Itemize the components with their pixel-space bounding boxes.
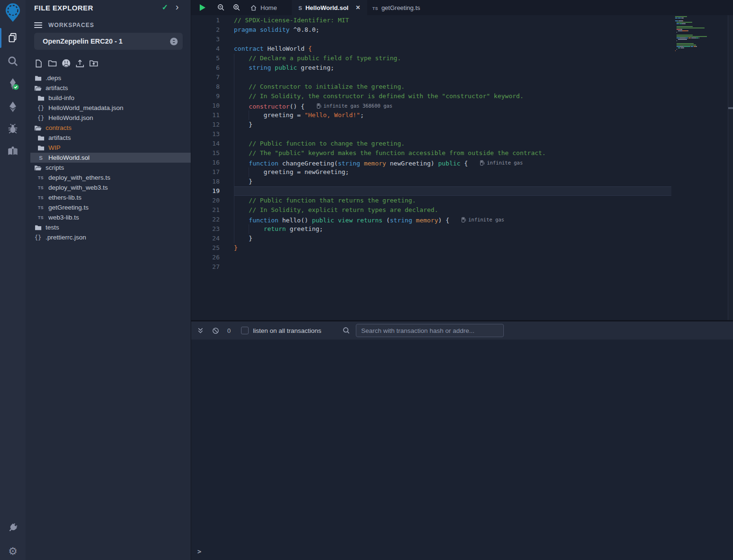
code-line-13[interactable] [234, 129, 671, 139]
tree-item-label: artifacts [46, 84, 68, 92]
upload-folder-icon[interactable] [89, 59, 98, 68]
tree-item-.prettierrc.json[interactable]: {}.prettierrc.json [30, 232, 191, 242]
code-line-16[interactable]: function changeGreeting(string memory ne… [234, 158, 671, 167]
solidity-icon: S [37, 155, 45, 161]
terminal-collapse-icon[interactable] [197, 327, 204, 334]
tree-item-getGreeting.ts[interactable]: TSgetGreeting.ts [30, 202, 191, 212]
folder-open-icon [34, 125, 42, 131]
code-line-11[interactable]: greeting = "Hello, World!"; [234, 110, 671, 120]
code-line-14[interactable]: // Public function to change the greetin… [234, 139, 671, 148]
file-explorer-header: FILE EXPLORER ✓ › [26, 0, 191, 16]
workspaces-row: WORKSPACES [34, 21, 94, 29]
gas-estimate-widget[interactable]: infinite gas [480, 158, 523, 167]
code-line-2[interactable]: pragma solidity ^0.8.0; [234, 25, 671, 35]
code-line-25[interactable]: } [234, 243, 671, 253]
terminal-output[interactable]: > [191, 340, 733, 560]
indent-guide [234, 82, 234, 92]
indent-guide [234, 110, 234, 120]
tree-item-contracts[interactable]: contracts [30, 123, 191, 133]
code-line-5[interactable]: // Declare a public field of type string… [234, 54, 671, 63]
code-editor[interactable]: 1234567891011121314151617181920212223242… [191, 15, 733, 320]
listen-transactions-label[interactable]: listen on all transactions [253, 327, 321, 334]
code-line-23[interactable]: return greeting; [234, 224, 671, 234]
tree-item-artifacts[interactable]: artifacts [30, 133, 191, 143]
folder-icon [37, 95, 45, 101]
scrollbar-thumb[interactable] [728, 107, 733, 109]
editor-scrollbar[interactable] [728, 15, 733, 320]
tree-item-tests[interactable]: tests [30, 222, 191, 232]
chevron-right-icon[interactable]: › [176, 1, 179, 12]
code-line-20[interactable]: // Public function that returns the gree… [234, 196, 671, 205]
folder-open-icon [34, 85, 42, 92]
tree-item-.deps[interactable]: .deps [30, 73, 191, 83]
code-line-10[interactable]: constructor() {infinite gas 368600 gas [234, 101, 671, 110]
tree-item-label: contracts [46, 124, 72, 131]
code-line-1[interactable]: // SPDX-License-Identifier: MIT [234, 16, 671, 25]
tree-item-build-info[interactable]: build-info [30, 93, 191, 103]
tree-item-deploy_with_ethers.ts[interactable]: TSdeploy_with_ethers.ts [30, 173, 191, 183]
search-icon[interactable] [7, 55, 19, 67]
code-line-26[interactable] [234, 253, 671, 262]
workspace-select[interactable]: OpenZeppelin ERC20 - 1 [34, 33, 183, 50]
new-folder-icon[interactable] [48, 59, 57, 68]
code-line-21[interactable]: // In Solidity, explicit return types ar… [234, 205, 671, 215]
indent-guide [234, 63, 234, 73]
code-line-19[interactable] [234, 186, 671, 196]
code-line-27[interactable] [234, 262, 671, 272]
code-line-18[interactable]: } [234, 177, 671, 186]
file-tree: .depsartifactsbuild-info{}HelloWorld_met… [26, 73, 191, 242]
tree-item-ethers-lib.ts[interactable]: TSethers-lib.ts [30, 193, 191, 202]
listen-transactions-checkbox[interactable] [241, 327, 249, 334]
code-line-4[interactable]: contract HelloWorld { [234, 44, 671, 54]
tree-item-scripts[interactable]: scripts [30, 163, 191, 173]
gas-estimate-widget[interactable]: infinite gas 368600 gas [317, 101, 392, 110]
code-line-8[interactable]: // Constructor to initialize the greetin… [234, 82, 671, 92]
gas-estimate-widget[interactable]: infinite gas [462, 215, 504, 224]
deploy-run-icon[interactable] [7, 101, 19, 113]
tree-item-HelloWorld_metadata.json[interactable]: {}HelloWorld_metadata.json [30, 103, 191, 113]
close-icon[interactable]: ✕ [355, 4, 360, 11]
indent-guide [234, 73, 234, 82]
tree-item-web3-lib.ts[interactable]: TSweb3-lib.ts [30, 212, 191, 222]
github-icon[interactable] [62, 59, 71, 68]
code-line-12[interactable]: } [234, 120, 671, 129]
tree-item-artifacts[interactable]: artifacts [30, 83, 191, 93]
settings-icon[interactable]: ⚙ [8, 545, 18, 557]
workspaces-menu-icon[interactable] [34, 21, 42, 29]
tab-HelloWorld.sol[interactable]: SHelloWorld.sol✕ [292, 0, 367, 15]
code-line-15[interactable]: // The "public" keyword makes the functi… [234, 148, 671, 158]
code-line-22[interactable]: function hello() public view returns (st… [234, 215, 671, 224]
run-script-button[interactable] [200, 4, 205, 11]
tree-item-deploy_with_web3.ts[interactable]: TSdeploy_with_web3.ts [30, 183, 191, 193]
tab-Home[interactable]: Home [243, 0, 284, 15]
tree-item-HelloWorld.sol[interactable]: SHelloWorld.sol [30, 153, 191, 163]
zoom-out-icon[interactable] [217, 4, 225, 11]
editor-tabbar: HomeSHelloWorld.sol✕TSgetGreeting.ts [191, 0, 733, 15]
zoom-in-icon[interactable] [233, 4, 241, 11]
solidity-compiler-icon[interactable] [6, 77, 19, 91]
plugin-manager-icon[interactable] [7, 522, 19, 534]
tree-item-WIP[interactable]: WIP [30, 143, 191, 153]
tab-label: getGreeting.ts [381, 4, 420, 11]
debugger-icon[interactable] [7, 123, 19, 135]
minimap[interactable] [675, 16, 718, 55]
file-explorer-icon[interactable] [7, 32, 19, 44]
tab-getGreeting.ts[interactable]: TSgetGreeting.ts [366, 0, 427, 15]
upload-file-icon[interactable] [75, 59, 84, 68]
tree-item-label: web3-lib.ts [48, 214, 79, 221]
tree-item-label: HelloWorld.sol [48, 154, 90, 161]
tree-item-HelloWorld.json[interactable]: {}HelloWorld.json [30, 113, 191, 123]
code-line-6[interactable]: string public greeting; [234, 63, 671, 73]
code-line-24[interactable]: } [234, 234, 671, 243]
clear-console-icon[interactable] [212, 327, 219, 334]
learn-icon[interactable] [7, 145, 19, 157]
code-content: // SPDX-License-Identifier: MITpragma so… [191, 16, 733, 272]
code-line-17[interactable]: greeting = newGreeting; [234, 167, 671, 177]
indent-guide [234, 215, 234, 224]
transaction-search-input[interactable] [356, 324, 504, 337]
tree-item-label: .deps [46, 74, 61, 82]
new-file-icon[interactable] [34, 59, 43, 68]
code-line-3[interactable] [234, 35, 671, 44]
code-line-7[interactable] [234, 73, 671, 82]
code-line-9[interactable]: // In Solidity, the constructor is defin… [234, 92, 671, 101]
